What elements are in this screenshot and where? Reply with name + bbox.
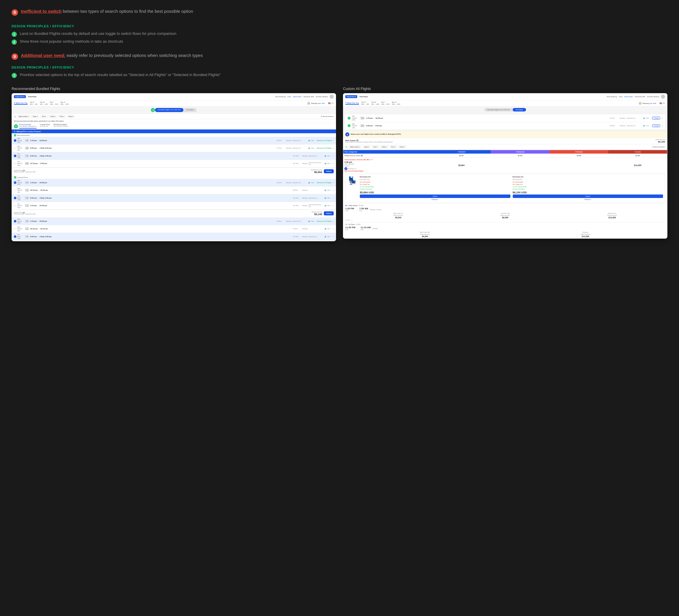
checkbox-1-3[interactable]: ✓ bbox=[14, 155, 16, 157]
sort-tab-lowest[interactable]: Lowest Price From $5,140 bbox=[40, 124, 50, 129]
chevron-3-1[interactable]: ▾ bbox=[333, 220, 334, 222]
flight-row-3-2: MonFeb 26JFK ▲ 10:15 am → 10:10 am 6h 55… bbox=[11, 225, 336, 233]
checkbox-2-3[interactable]: ✓ bbox=[14, 197, 16, 199]
sort-tab-recommended[interactable]: Recommended From $6,664 | MileagePlus bbox=[19, 124, 37, 129]
fare-detail-bags-1: 2 Free Checked Bags bbox=[360, 186, 510, 187]
flight-bags-2-2: 🧳 1 free bbox=[324, 189, 332, 191]
chevron-2-2[interactable]: ▾ bbox=[333, 189, 334, 191]
filter-price-left[interactable]: Price ▾ bbox=[58, 115, 66, 118]
nav-help-left[interactable]: Need help? bbox=[293, 96, 302, 97]
nav-rewards-right: Rewards $48 bbox=[635, 96, 645, 97]
filter-policy-right[interactable]: Policy ▾ bbox=[398, 146, 407, 148]
checkbox-3-2[interactable] bbox=[14, 227, 16, 230]
seat-illustration-icon: 💺 bbox=[347, 176, 357, 185]
chevron-1-3[interactable]: ▾ bbox=[333, 155, 334, 157]
chevron-1-2[interactable]: ▾ bbox=[333, 147, 334, 149]
ba-header: BA British Airlines BA 430 bbox=[345, 205, 665, 206]
filter-airline-right[interactable]: Airline ▾ bbox=[380, 146, 388, 148]
ca-col1: Main Cabin (W) Entire trip from $6,884 bbox=[345, 232, 505, 238]
seatmap-link-1[interactable]: Seatmap > bbox=[360, 198, 510, 200]
flight-dur-3-1: 5h 50m bbox=[277, 220, 285, 222]
flight-date-1-1: MonFeb 22SFO bbox=[18, 137, 24, 144]
flight-date-2-2: MonFeb 26JFK bbox=[18, 187, 24, 193]
chevron-1-1[interactable]: ▾ bbox=[333, 139, 334, 142]
change-btn-1[interactable]: Change bbox=[652, 117, 660, 120]
left-trip-type[interactable]: ✈ Multi-City Trip bbox=[14, 102, 28, 105]
seatmap-link-2[interactable]: Seatmap > bbox=[513, 198, 663, 200]
filter-price-right[interactable]: Price ▾ bbox=[390, 146, 397, 148]
filter-flight-number-right[interactable]: Flight number ▾ bbox=[349, 146, 361, 148]
checkbox-2-4[interactable] bbox=[14, 204, 16, 207]
chevron-sel-1[interactable]: ▾ bbox=[662, 117, 663, 119]
price-area-2: Bundle trip price $5,140 bbox=[312, 211, 322, 216]
flight-bags-2-4: 🧳 1 free bbox=[324, 205, 332, 206]
change-btn-2[interactable]: Change bbox=[652, 124, 660, 127]
group-label-recommended: ✓ Recommended bbox=[11, 133, 336, 137]
flight-times-2-4: 2:10 pm → 10:40 pm bbox=[30, 205, 292, 206]
fare-select-btn-1[interactable]: Select bbox=[360, 194, 510, 198]
bundle-total-2: Bundled Ticket ℹ️Refund fee: $382 • Chan… bbox=[11, 210, 336, 217]
filter-time-left[interactable]: Time ▾ bbox=[40, 115, 47, 118]
check-circle-2: ✓ bbox=[348, 124, 351, 127]
select-bundle-2[interactable]: Select bbox=[324, 211, 334, 215]
dash-enhanced: - bbox=[520, 164, 521, 166]
bundle-group-1: ✈ MileagePlus Loyalty Program ✓ Recommen… bbox=[11, 129, 336, 175]
chevron-3-3[interactable]: ▾ bbox=[333, 236, 334, 238]
checkbox-3-3[interactable]: ✓ bbox=[14, 236, 16, 238]
right-edit-link[interactable]: Edit bbox=[653, 102, 656, 104]
flight-date-3-2: MonFeb 26JFK bbox=[18, 226, 24, 232]
flight-stop-3-2: Nonstop bbox=[302, 228, 308, 229]
fare-select-btn-2[interactable]: Select bbox=[513, 194, 663, 198]
chevron-2-4[interactable]: ▾ bbox=[333, 205, 334, 207]
nav-trips-left[interactable]: Trips bbox=[287, 96, 291, 97]
toggle-all[interactable]: All Flights bbox=[183, 108, 197, 112]
right-toggle-bundled[interactable]: Bundled Flights From $5,140 bbox=[484, 108, 512, 112]
checkbox-1-1[interactable]: ✓ bbox=[14, 139, 16, 142]
filter-stops-left[interactable]: Stops ▾ bbox=[31, 115, 39, 118]
sort-tab-shortest[interactable]: Shortest Duration From $7,664 | 27h43m bbox=[54, 124, 68, 129]
flight-dur-2-3: 17h 20m bbox=[293, 197, 301, 199]
design-section-1: DESIGN PRINCIPLES / EFFICIENCY 1 Land on… bbox=[11, 24, 668, 45]
airline-icon-1-3: UA bbox=[25, 154, 29, 157]
chevron-2-3[interactable]: ▾ bbox=[333, 197, 334, 199]
additional-need-text: Additional user need: easily refer to pr… bbox=[21, 53, 203, 58]
fare-detail-refund-1: Non Refundable bbox=[360, 181, 510, 183]
right-trip-type[interactable]: ✈ Multi-City Trip bbox=[345, 102, 359, 105]
fare-categories-table: Fare categories ✈ Standard ✈ Enhanced ✈ … bbox=[343, 150, 668, 173]
left-sort-btn[interactable]: ⇅ Recommended ▾ bbox=[321, 116, 334, 117]
filter-airline-left[interactable]: Airline ▾ bbox=[49, 115, 57, 118]
flight-bags-1-2: 🧳 1 free bbox=[308, 147, 315, 149]
nav-name-left: Jennifer Medina bbox=[315, 96, 328, 97]
left-toggle[interactable]: Bundled Flights From $5,140 All Flights bbox=[155, 108, 196, 112]
right-toggle-all[interactable]: All Flights bbox=[513, 108, 526, 112]
right-sort-btn[interactable]: ⇅ Recommended ▾ bbox=[652, 146, 665, 148]
nav-help-right[interactable]: Need help? bbox=[624, 96, 633, 97]
chevron-1-4[interactable]: ▾ bbox=[333, 162, 334, 164]
checkbox-1-2[interactable] bbox=[14, 147, 16, 149]
filter-time-right[interactable]: Time ▾ bbox=[372, 146, 379, 148]
nav-booking-right[interactable]: New Booking bbox=[607, 96, 617, 97]
left-toggle-bar: 1 Bundled Flights From $5,140 All Flight… bbox=[11, 106, 336, 114]
filter-stops-right[interactable]: Stops ▾ bbox=[363, 146, 370, 148]
left-edit-link[interactable]: Edit bbox=[322, 102, 324, 104]
right-search-icon: 🔍 bbox=[345, 146, 347, 148]
checkbox-2-1[interactable]: ✓ bbox=[14, 181, 16, 184]
toggle-bundled[interactable]: Bundled Flights From $5,140 bbox=[155, 108, 183, 112]
nav-booking-left[interactable]: New Booking bbox=[276, 96, 286, 97]
left-flag-currency: 🇺🇸$ ▾ bbox=[328, 102, 334, 104]
checkbox-2-2[interactable] bbox=[14, 189, 16, 191]
chevron-2-1[interactable]: ▾ bbox=[333, 181, 334, 183]
fare-col-premium: ✈ Premium bbox=[550, 150, 609, 154]
ba-col1-label: Main Cabin (L) bbox=[345, 213, 451, 214]
right-date-4: Mar 14PVG → SFO bbox=[392, 101, 400, 105]
chevron-3-2[interactable]: ▾ bbox=[333, 228, 334, 230]
filter-flight-number-left[interactable]: Flight number ▾ bbox=[17, 115, 30, 118]
nav-trips-right[interactable]: Trips bbox=[619, 96, 622, 97]
right-toggle[interactable]: Bundled Flights From $5,140 All Flights bbox=[484, 108, 526, 112]
filter-policy-left[interactable]: Policy ▾ bbox=[67, 115, 75, 118]
chevron-sel-2[interactable]: ▾ bbox=[662, 125, 663, 127]
flight-row-3-1: ✓ MonFeb 22SFO UA 1:15 pm → 10:05 pm 5h … bbox=[11, 217, 336, 225]
checkbox-3-1[interactable]: ✓ bbox=[14, 220, 16, 222]
select-bundle-1[interactable]: Select bbox=[324, 169, 334, 173]
checkbox-1-4[interactable] bbox=[14, 162, 16, 164]
